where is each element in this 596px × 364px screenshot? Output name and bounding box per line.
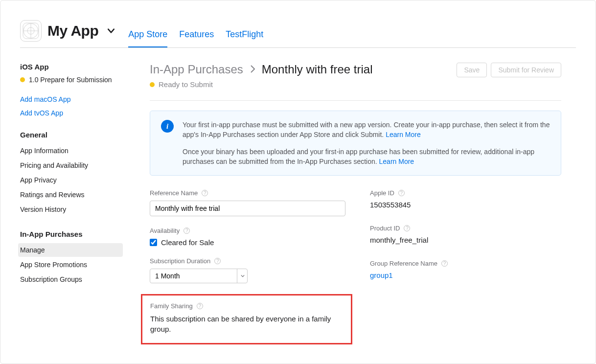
status-text: Ready to Submit [159,80,213,89]
chevron-right-icon [250,64,255,75]
family-sharing-highlight: Family Sharing ? This subscription can b… [141,294,352,344]
sidebar-item-manage[interactable]: Manage [18,243,123,257]
sidebar-item-history[interactable]: Version History [18,203,123,216]
help-icon[interactable]: ? [398,190,405,196]
chevron-down-icon [106,26,116,36]
help-icon[interactable]: ? [197,303,203,309]
app-icon-placeholder [20,20,42,42]
info-banner: i Your first in-app purchase must be sub… [150,111,561,176]
family-sharing-description: This subscription can be shared by every… [150,314,343,334]
app-name: My App [47,23,98,39]
iap-heading: In-App Purchases [20,230,123,238]
sidebar-item-app-information[interactable]: App Information [18,144,123,158]
help-icon[interactable]: ? [202,190,208,196]
tab-features[interactable]: Features [179,23,214,47]
cleared-for-sale-checkbox[interactable] [150,239,157,246]
product-id-label: Product ID [370,225,400,232]
page-header: In-App Purchases Monthly with free trial… [150,63,561,77]
main-panel: In-App Purchases Monthly with free trial… [150,63,576,344]
app-identity[interactable]: My App [20,20,116,47]
help-icon[interactable]: ? [183,228,190,234]
field-product-id: Product ID ? monthly_free_trial [370,225,561,244]
info-icon: i [161,120,174,133]
cleared-for-sale-label: Cleared for Sale [161,238,214,247]
field-apple-id: Apple ID ? 1503553845 [370,189,561,209]
family-sharing-label: Family Sharing [150,302,193,310]
sidebar-item-privacy[interactable]: App Privacy [18,173,123,187]
tab-app-store[interactable]: App Store [128,23,167,47]
learn-more-link-2[interactable]: Learn More [379,158,414,165]
save-button[interactable]: Save [457,63,487,77]
help-icon[interactable]: ? [404,225,410,231]
apple-id-label: Apple ID [370,189,394,197]
submit-for-review-button[interactable]: Submit for Review [491,63,561,77]
general-heading: General [20,131,123,139]
sidebar-item-pricing[interactable]: Pricing and Availability [18,159,123,172]
placeholder-grid-icon [23,23,39,39]
platform-heading: iOS App [20,63,123,71]
learn-more-link-1[interactable]: Learn More [386,131,421,138]
add-tvos-link[interactable]: Add tvOS App [20,109,123,117]
sidebar-item-ratings[interactable]: Ratings and Reviews [18,188,123,202]
sidebar-item-promotions[interactable]: App Store Promotions [18,258,123,272]
nav-tabs: App Store Features TestFlight [128,20,263,47]
info-text: Your first in-app purchase must be submi… [183,120,550,166]
field-subscription-duration: Subscription Duration ? 1 Month [150,257,345,283]
help-icon[interactable]: ? [441,260,448,267]
cleared-for-sale-row[interactable]: Cleared for Sale [150,238,345,247]
field-group-reference-name: Group Reference Name ? group1 [370,260,561,279]
reference-name-label: Reference Name [150,189,198,197]
status-line: Ready to Submit [150,80,561,89]
divider [150,100,561,101]
sidebar: iOS App 1.0 Prepare for Submission Add m… [20,63,123,344]
duration-label: Subscription Duration [150,257,210,265]
breadcrumb-parent[interactable]: In-App Purchases [150,63,243,76]
field-reference-name: Reference Name ? [150,189,345,216]
version-label: 1.0 Prepare for Submission [29,76,112,84]
status-dot-icon [20,77,25,82]
add-macos-link[interactable]: Add macOS App [20,95,123,103]
tab-testflight[interactable]: TestFlight [226,23,263,47]
breadcrumb: In-App Purchases Monthly with free trial [150,63,373,76]
status-dot-icon [150,82,155,87]
apple-id-value: 1503553845 [370,201,561,209]
availability-label: Availability [150,227,180,234]
banner-p2: Once your binary has been uploaded and y… [183,148,534,165]
help-icon[interactable]: ? [214,258,221,264]
sidebar-item-subscription-groups[interactable]: Subscription Groups [18,273,123,286]
sidebar-version[interactable]: 1.0 Prepare for Submission [20,76,123,84]
field-availability: Availability ? Cleared for Sale [150,227,345,247]
group-reference-label: Group Reference Name [370,260,437,267]
banner-p1: Your first in-app purchase must be submi… [183,121,550,138]
app-header: My App App Store Features TestFlight [20,20,576,48]
product-id-value: monthly_free_trial [370,236,561,244]
reference-name-input[interactable] [150,201,345,216]
duration-select[interactable]: 1 Month [150,269,248,283]
group-reference-link[interactable]: group1 [370,271,561,279]
page-title: Monthly with free trial [262,63,373,76]
